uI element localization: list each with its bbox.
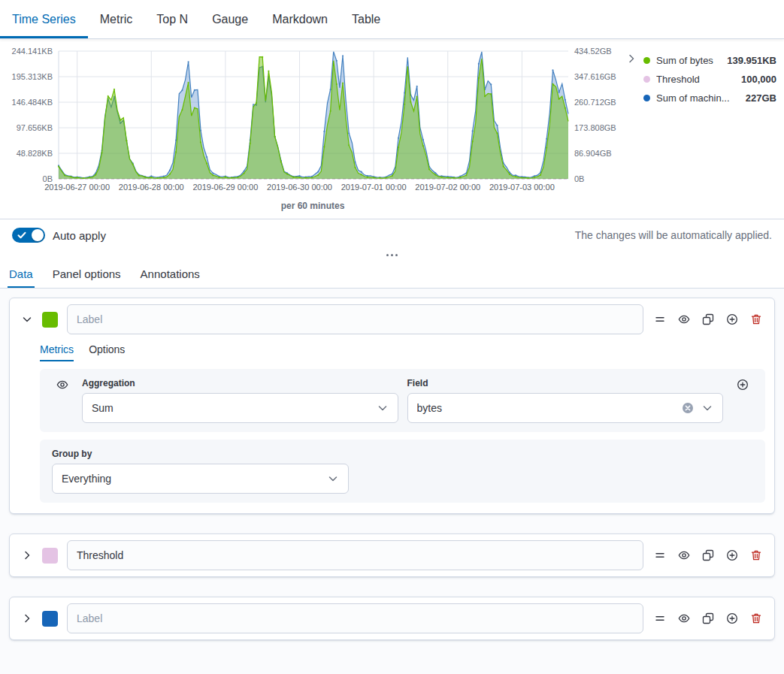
clone-series-icon[interactable] xyxy=(702,313,714,325)
svg-text:347.616GB: 347.616GB xyxy=(574,72,616,81)
svg-text:2019-07-01 00:00: 2019-07-01 00:00 xyxy=(341,183,407,192)
legend-collapse-button[interactable] xyxy=(625,44,642,211)
add-metric-icon[interactable] xyxy=(732,378,753,391)
auto-apply-hint: The changes will be automatically applie… xyxy=(575,229,772,241)
svg-text:2019-06-28 00:00: 2019-06-28 00:00 xyxy=(119,183,184,192)
series-card-header xyxy=(19,304,765,334)
field-value: bytes xyxy=(417,402,683,414)
chevron-right-icon xyxy=(21,549,33,561)
svg-text:260.712GB: 260.712GB xyxy=(574,98,616,107)
clone-series-icon[interactable] xyxy=(702,612,714,624)
series-sub-tabs: Metrics Options xyxy=(19,334,765,361)
series-color-swatch[interactable] xyxy=(42,611,58,627)
tab-gauge[interactable]: Gauge xyxy=(200,0,260,38)
chevron-right-icon xyxy=(625,53,637,65)
tab-top-n[interactable]: Top N xyxy=(144,0,200,38)
svg-text:173.808GB: 173.808GB xyxy=(574,123,616,132)
aggregation-value: Sum xyxy=(92,402,377,414)
metric-eye-icon[interactable] xyxy=(52,378,73,391)
auto-apply-label: Auto apply xyxy=(53,229,106,242)
legend-item-sum-of-bytes[interactable]: Sum of bytes 139.951KB xyxy=(643,51,776,70)
panel-resize-handle[interactable] xyxy=(0,251,784,261)
eye-icon[interactable] xyxy=(678,549,690,561)
visualization-type-tabs: Time Series Metric Top N Gauge Markdown … xyxy=(0,0,784,39)
series-actions xyxy=(654,549,765,561)
series-label-input[interactable] xyxy=(67,304,643,334)
add-series-icon[interactable] xyxy=(726,313,738,325)
legend-value: 227GB xyxy=(746,92,776,104)
series-card-2 xyxy=(9,533,775,577)
clear-field-icon[interactable] xyxy=(682,402,694,414)
auto-apply-toggle[interactable] xyxy=(12,228,45,243)
svg-text:48.828KB: 48.828KB xyxy=(17,149,53,158)
group-by-value: Everything xyxy=(62,473,327,485)
add-series-icon[interactable] xyxy=(726,549,738,561)
legend-value: 139.951KB xyxy=(727,55,776,66)
chart-section: 244.141KB434.52GB195.313KB347.616GB146.4… xyxy=(0,39,784,211)
svg-text:195.313KB: 195.313KB xyxy=(12,72,53,81)
tab-metrics[interactable]: Metrics xyxy=(40,343,74,361)
tab-markdown[interactable]: Markdown xyxy=(260,0,340,38)
tab-annotations[interactable]: Annotations xyxy=(139,261,201,288)
drag-handle-icon[interactable] xyxy=(654,612,666,624)
time-series-chart: 244.141KB434.52GB195.313KB347.616GB146.4… xyxy=(0,44,625,211)
aggregation-label: Aggregation xyxy=(82,378,398,388)
svg-text:2019-07-03 00:00: 2019-07-03 00:00 xyxy=(489,183,555,192)
series-label-input[interactable] xyxy=(67,603,643,633)
eye-icon[interactable] xyxy=(678,612,690,624)
auto-apply-row: Auto apply The changes will be automatic… xyxy=(0,219,784,251)
svg-text:2019-06-30 00:00: 2019-06-30 00:00 xyxy=(267,183,332,192)
delete-series-icon[interactable] xyxy=(750,549,762,561)
series-card-header xyxy=(19,603,765,633)
group-by-panel: Group by Everything xyxy=(40,440,765,503)
svg-text:244.141KB: 244.141KB xyxy=(12,47,53,56)
field-group: Field bytes xyxy=(407,378,724,423)
add-series-icon[interactable] xyxy=(726,612,738,624)
tab-options[interactable]: Options xyxy=(89,343,125,361)
check-icon xyxy=(17,231,26,240)
drag-handle-icon[interactable] xyxy=(654,549,666,561)
legend-value: 100,000 xyxy=(741,74,776,85)
svg-text:2019-06-29 00:00: 2019-06-29 00:00 xyxy=(192,183,258,192)
legend-dot xyxy=(643,76,650,83)
tab-panel-options[interactable]: Panel options xyxy=(51,261,123,288)
svg-text:434.52GB: 434.52GB xyxy=(574,47,612,56)
metric-panel: Aggregation Sum Field bytes xyxy=(40,369,765,432)
field-label: Field xyxy=(407,378,724,388)
svg-text:97.656KB: 97.656KB xyxy=(17,123,53,132)
legend-dot xyxy=(643,57,650,64)
svg-text:2019-07-02 00:00: 2019-07-02 00:00 xyxy=(415,183,480,192)
expand-series-button[interactable] xyxy=(19,610,35,627)
svg-text:0B: 0B xyxy=(574,174,584,183)
toggle-knob xyxy=(32,229,44,241)
legend-label: Sum of machin... xyxy=(656,92,740,104)
legend-item-sum-of-machine[interactable]: Sum of machin... 227GB xyxy=(643,89,776,107)
expand-series-button[interactable] xyxy=(19,547,35,564)
legend-label: Sum of bytes xyxy=(656,55,721,66)
delete-series-icon[interactable] xyxy=(750,612,762,624)
series-card-header xyxy=(19,540,765,570)
group-by-label: Group by xyxy=(52,449,753,459)
series-card-1: Metrics Options Aggregation Sum Field xyxy=(9,298,775,514)
delete-series-icon[interactable] xyxy=(750,313,762,325)
tab-metric[interactable]: Metric xyxy=(88,0,145,38)
group-by-select[interactable]: Everything xyxy=(52,464,349,494)
field-combobox[interactable]: bytes xyxy=(407,393,724,423)
drag-handle-icon[interactable] xyxy=(654,313,666,325)
clone-series-icon[interactable] xyxy=(702,549,714,561)
tab-table[interactable]: Table xyxy=(340,0,392,38)
editor-tabs: Data Panel options Annotations xyxy=(0,261,784,289)
eye-icon[interactable] xyxy=(678,313,690,325)
legend-item-threshold[interactable]: Threshold 100,000 xyxy=(643,70,776,89)
tsvb-chart-svg: 244.141KB434.52GB195.313KB347.616GB146.4… xyxy=(0,44,625,198)
series-color-swatch[interactable] xyxy=(42,312,58,328)
tab-data[interactable]: Data xyxy=(8,261,35,288)
collapse-series-button[interactable] xyxy=(19,311,35,328)
series-label-input[interactable] xyxy=(67,540,643,570)
chevron-down-icon xyxy=(21,313,33,325)
series-color-swatch[interactable] xyxy=(42,548,58,564)
tsvb-editor: Time Series Metric Top N Gauge Markdown … xyxy=(0,0,784,674)
tab-time-series[interactable]: Time Series xyxy=(0,0,88,38)
legend-dot xyxy=(643,95,650,101)
aggregation-select[interactable]: Sum xyxy=(82,393,398,423)
